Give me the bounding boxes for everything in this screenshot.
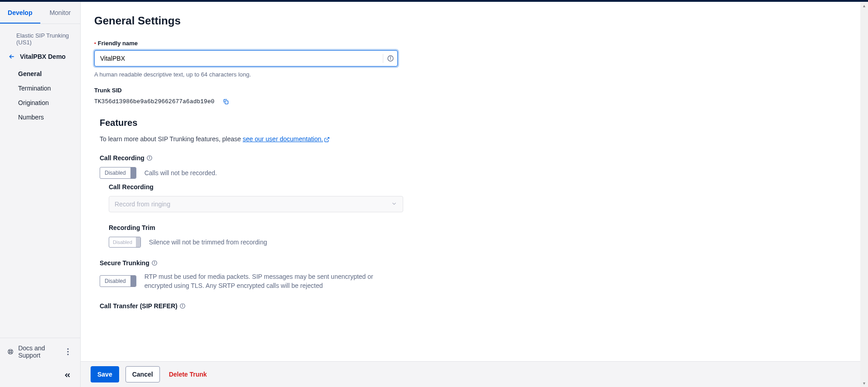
svg-point-7 [390,57,391,57]
main-content: General Settings • Friendly name A human… [81,2,860,387]
docs-and-support[interactable]: Docs and Support [7,344,63,359]
toggle-knob [130,167,136,178]
friendly-name-input[interactable] [94,50,398,67]
info-icon [146,155,153,161]
call-recording-desc: Calls will not be recorded. [145,168,217,177]
recording-trim-field: Recording Trim Disabled Silence will not… [109,224,403,248]
docs-label: Docs and Support [18,344,63,359]
copy-icon [222,98,229,105]
trunk-sid-label: Trunk SID [94,87,398,94]
sidebar-tabs: Develop Monitor [0,2,80,24]
call-recording-feature: Call Recording Disabled Calls will not b… [100,154,847,248]
secure-trunking-info[interactable] [151,260,158,266]
toggle-state-label: Disabled [100,170,130,176]
chevron-down-icon [391,201,397,208]
features-title: Features [94,118,847,128]
call-recording-mode-select: Record from ringing [109,196,403,212]
learn-prefix: To learn more about SIP Trunking feature… [100,135,243,143]
recording-trim-label: Recording Trim [109,224,403,231]
secure-trunking-desc: RTP must be used for media packets. SIP … [145,272,403,291]
chevrons-left-icon [63,371,72,379]
call-recording-mode-label: Call Recording [109,183,403,191]
copy-sid-button[interactable] [222,98,229,105]
call-recording-mode-field: Call Recording Record from ringing [109,183,403,212]
call-recording-label: Call Recording [100,154,145,162]
sidebar-back[interactable]: VitalPBX Demo [0,49,80,64]
toggle-state-label: Disabled [100,278,130,284]
secure-trunking-feature: Secure Trunking Disabled RTP must be use… [100,259,847,291]
sidebar: Develop Monitor Elastic SIP Trunking (US… [0,2,81,387]
call-transfer-feature: Call Transfer (SIP REFER) [100,302,847,310]
call-recording-toggle[interactable]: Disabled [100,167,136,179]
scroll-up-arrow[interactable]: ▴ [860,2,868,10]
sidebar-item-termination[interactable]: Termination [0,81,80,96]
documentation-link[interactable]: see our user documentation. [243,135,323,143]
svg-point-4 [68,354,69,355]
svg-point-18 [182,305,183,305]
friendly-name-help: A human readable descriptive text, up to… [94,71,398,78]
svg-point-12 [149,157,149,157]
info-icon [179,303,186,309]
trunk-sid-value: TK356d13986be9a6b29662677a6adb19e0 [94,98,214,105]
trunk-sid-field: Trunk SID TK356d13986be9a6b29662677a6adb… [94,87,398,105]
vertical-scrollbar[interactable]: ▴ ▾ [860,2,868,387]
toggle-state-label: Disabled [109,239,136,245]
svg-point-15 [154,262,154,262]
delete-trunk-button[interactable]: Delete Trunk [166,366,210,382]
sidebar-group-label: Elastic SIP Trunking (US1) [0,24,80,49]
call-transfer-info[interactable] [179,303,186,309]
save-button[interactable]: Save [91,366,119,382]
svg-line-9 [327,137,329,140]
arrow-left-icon [8,53,15,60]
sidebar-item-general[interactable]: General [0,67,80,81]
features-learn-text: To learn more about SIP Trunking feature… [100,135,847,143]
friendly-name-info[interactable] [383,54,394,63]
external-link-icon [324,137,330,143]
scroll-down-arrow[interactable]: ▾ [860,379,868,387]
collapse-sidebar-button[interactable] [62,370,73,381]
call-recording-info[interactable] [146,155,153,161]
toggle-knob [130,276,136,287]
toggle-knob [136,237,140,247]
svg-point-3 [68,351,69,352]
info-icon [151,260,158,266]
select-value: Record from ringing [115,201,170,208]
call-transfer-label: Call Transfer (SIP REFER) [100,302,178,310]
action-bar: Save Cancel Delete Trunk [81,361,860,387]
lifebuoy-icon [7,348,14,355]
info-icon [387,55,394,62]
cancel-button[interactable]: Cancel [125,366,160,382]
sidebar-more-menu[interactable] [63,346,73,357]
friendly-name-field: • Friendly name A human readable descrip… [94,40,398,78]
sidebar-item-origination[interactable]: Origination [0,96,80,110]
page-title: General Settings [94,14,847,27]
svg-point-2 [68,348,69,349]
svg-rect-8 [225,101,228,104]
recording-trim-toggle: Disabled [109,237,141,248]
kebab-icon [67,348,69,355]
required-indicator: • [94,41,96,46]
tab-develop[interactable]: Develop [0,2,40,24]
friendly-name-label: Friendly name [98,40,138,47]
sidebar-back-label: VitalPBX Demo [20,53,66,60]
secure-trunking-label: Secure Trunking [100,259,149,267]
secure-trunking-toggle[interactable]: Disabled [100,275,136,287]
tab-monitor[interactable]: Monitor [40,2,81,24]
recording-trim-desc: Silence will not be trimmed from recordi… [149,238,267,247]
svg-point-1 [10,351,12,353]
sidebar-item-numbers[interactable]: Numbers [0,110,80,124]
